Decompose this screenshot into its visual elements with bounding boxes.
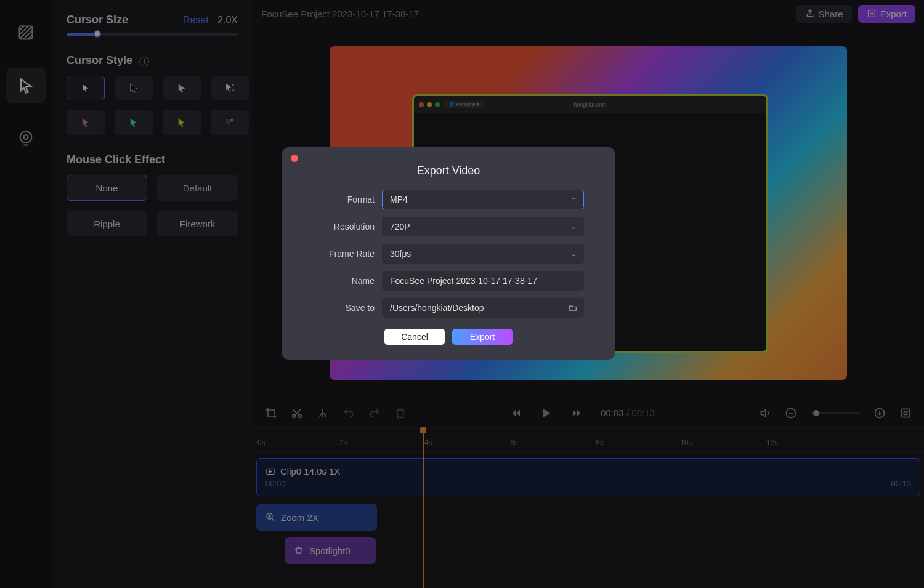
resolution-select[interactable]: 720P ⌄: [382, 217, 584, 236]
label-saveto: Save to: [313, 303, 375, 313]
cancel-button[interactable]: Cancel: [384, 329, 445, 345]
label-format: Format: [313, 195, 375, 204]
format-select[interactable]: MP4 ⌃: [382, 190, 584, 209]
folder-icon[interactable]: [569, 304, 577, 312]
saveto-input[interactable]: /Users/hongkiat/Desktop: [382, 298, 584, 318]
chevron-up-icon: ⌃: [571, 196, 576, 203]
close-icon[interactable]: [291, 155, 298, 162]
chevron-down-icon: ⌄: [571, 224, 576, 230]
modal-overlay: Export Video Format MP4 ⌃ Resolution 720…: [0, 0, 924, 588]
label-framerate: Frame Rate: [313, 249, 375, 259]
export-confirm-button[interactable]: Export: [452, 329, 513, 345]
export-modal: Export Video Format MP4 ⌃ Resolution 720…: [282, 147, 615, 360]
framerate-select[interactable]: 30fps ⌄: [382, 244, 584, 264]
label-resolution: Resolution: [313, 222, 375, 232]
modal-title: Export Video: [282, 147, 615, 190]
label-name: Name: [313, 276, 375, 286]
name-input[interactable]: [382, 271, 584, 291]
chevron-down-icon: ⌄: [571, 251, 576, 257]
